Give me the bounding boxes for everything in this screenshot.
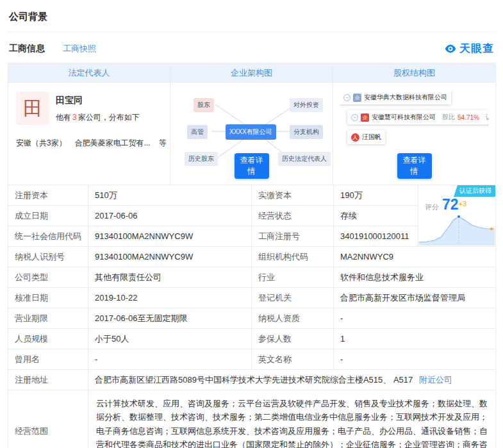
company-icon: 企 xyxy=(361,113,369,122)
equity-company-name: 安徽慧可科技有限公司 xyxy=(372,113,436,122)
certification-ribbon: 认证后获得 xyxy=(454,185,495,197)
field-value: 91340100MA2NNWYC9W xyxy=(88,226,252,247)
brand-logo[interactable]: 天眼查 xyxy=(444,41,494,56)
score-label: 评分 xyxy=(425,203,439,211)
eye-icon xyxy=(444,42,457,55)
table-row: 注册资本 510万 实缴资本 190万 认证后获得 评分72+3 xyxy=(8,185,496,206)
field-value: 2019-10-22 xyxy=(88,288,252,308)
header-org-chart: 企业架构图 xyxy=(170,63,333,83)
score-value: 72 xyxy=(442,196,459,213)
field-label: 工商注册号 xyxy=(252,226,334,247)
field-label: 营业期限 xyxy=(8,308,88,329)
org-node-investments[interactable]: 对外投资 xyxy=(290,98,323,112)
field-label: 参保人数 xyxy=(252,329,334,349)
table-row: 核准日期 2019-10-22 登记机关 合肥市高新开发区市场监督管理局 xyxy=(8,288,496,308)
company-info-table: 注册资本 510万 实缴资本 190万 认证后获得 评分72+3 成立日期 xyxy=(8,185,496,448)
brand-name: 天眼查 xyxy=(459,41,494,56)
org-chart-detail-button[interactable]: 查看详情 xyxy=(235,153,269,179)
field-value: - xyxy=(88,349,252,370)
table-row: 营业期限 2017-06-06至无固定期限 纳税人资质 - xyxy=(8,308,496,329)
table-row: 公司类型 其他有限责任公司 行业 软件和信息技术服务业 xyxy=(8,267,496,288)
field-label: 组织机构代码 xyxy=(252,247,334,267)
field-label: 注册地址 xyxy=(8,370,88,390)
company-count: 3 xyxy=(72,113,77,122)
field-value: 其他有限责任公司 xyxy=(88,267,252,288)
nearby-companies-link[interactable]: 附近公司 xyxy=(419,375,452,385)
table-header-row: 法定代表人 企业架构图 股权结构图 xyxy=(8,63,496,83)
etc-label: 等 xyxy=(159,138,167,149)
tree-collapse-icon[interactable]: − xyxy=(343,94,350,101)
field-label: 注册资本 xyxy=(8,185,88,206)
subscribed-label: 认缴金额: xyxy=(486,113,489,122)
table-row: 纳税人识别号 91340100MA2NNWYC9W 组织机构代码 MA2NNWY… xyxy=(8,247,496,267)
field-value: 小于50人 xyxy=(88,329,252,349)
field-value: 1 xyxy=(334,329,496,349)
legal-rep-distribution: 安徽（共3家） 合肥美菱家电工贸有... 等 xyxy=(16,138,162,149)
score-delta: +3 xyxy=(459,200,467,208)
score-widget: 认证后获得 评分72+3 xyxy=(418,185,496,247)
field-value: 2017-06-06 xyxy=(88,206,252,226)
tab-business-info[interactable]: 工商信息 xyxy=(9,43,45,54)
avatar: 田 xyxy=(16,92,49,125)
field-value: 510万 xyxy=(88,185,252,206)
legal-rep-cell: 田 田宝同 他有3家公司，分布如下 安徽（共3家） 合肥美菱家电工贸有... 等 xyxy=(8,83,170,185)
legal-rep-count-text: 他有3家公司，分布如下 xyxy=(56,112,140,123)
summary-suffix: 家公司，分布如下 xyxy=(78,113,140,122)
field-label: 英文名称 xyxy=(252,349,334,370)
table-row-address: 注册地址 合肥市高新区望江西路5089号中国科学技术大学先进技术研究院综合主楼A… xyxy=(8,370,496,390)
field-label: 经营状态 xyxy=(252,206,334,226)
company-background-card: 公司背景 工商信息 工商快照 天眼查 法定代表人 企业架构图 股权结构图 田 xyxy=(0,0,503,448)
org-node-shareholders[interactable]: 股东 xyxy=(194,98,214,112)
equity-row-person: 人 汪国帆 xyxy=(347,130,385,144)
person-icon: 人 xyxy=(351,133,359,142)
field-label: 纳税人识别号 xyxy=(8,247,88,267)
field-label: 曾用名 xyxy=(8,349,88,370)
field-value: 340191000120011 xyxy=(334,226,418,247)
org-node-company[interactable]: XXXX有限公司 xyxy=(226,124,276,140)
field-label: 行业 xyxy=(252,267,334,288)
org-node-history-shareholders[interactable]: 历史股东 xyxy=(185,152,218,166)
field-value: 合肥市高新开发区市场监督管理局 xyxy=(334,288,496,308)
legal-rep-name[interactable]: 田宝同 xyxy=(56,95,140,106)
field-value: - xyxy=(334,349,496,370)
field-label: 统一社会信用代码 xyxy=(8,226,88,247)
header-equity-chart: 股权结构图 xyxy=(333,63,496,83)
field-label: 成立日期 xyxy=(8,206,88,226)
org-chart-cell: 股东 高管 历史股东 XXXX有限公司 对外投资 分支机构 历史法定代表人 查看… xyxy=(170,83,333,185)
field-label: 核准日期 xyxy=(8,288,88,308)
field-value: MA2NNWYC9 xyxy=(334,247,496,267)
equity-row-root: − 企 安徽华典大数据科技有限公司 xyxy=(340,90,451,104)
field-value: 软件和信息技术服务业 xyxy=(334,267,496,288)
address-cell: 合肥市高新区望江西路5089号中国科学技术大学先进技术研究院综合主楼A515、 … xyxy=(88,370,496,390)
table-row: 曾用名 - 英文名称 - xyxy=(8,349,496,370)
field-value: 190万 xyxy=(334,185,418,206)
field-value: 91340100MA2NNWYC9W xyxy=(88,247,252,267)
tab-business-snapshot[interactable]: 工商快照 xyxy=(63,43,96,54)
tab-bar: 工商信息 工商快照 天眼查 xyxy=(8,32,495,63)
equity-row-shareholder: − 企 安徽慧可科技有限公司 股比 54.71% 认缴金额: 279.0001万 xyxy=(347,110,489,124)
field-label: 纳税人资质 xyxy=(252,308,334,329)
page-title: 公司背景 xyxy=(8,0,495,32)
field-label: 公司类型 xyxy=(8,267,88,288)
org-node-executives[interactable]: 高管 xyxy=(187,125,208,139)
address-value: 合肥市高新区望江西路5089号中国科学技术大学先进技术研究院综合主楼A515、 … xyxy=(95,375,413,385)
org-node-branches[interactable]: 分支机构 xyxy=(290,125,323,139)
business-scope-value: 云计算技术研发、应用、咨询及服务；云平台运营及软硬件产品开发、销售及专业技术服务… xyxy=(88,390,496,448)
ratio-value: 54.71% xyxy=(458,114,479,121)
equity-chart-detail-button[interactable]: 查看详情 xyxy=(397,153,432,179)
region-label: 安徽（共3家） xyxy=(16,138,67,149)
company-icon: 企 xyxy=(353,94,361,102)
org-node-history-legal-rep[interactable]: 历史法定代表人 xyxy=(278,152,331,166)
field-label: 实缴资本 xyxy=(252,185,334,206)
related-company: 合肥美菱家电工贸有... xyxy=(75,138,151,149)
legal-rep-summary: 田 田宝同 他有3家公司，分布如下 xyxy=(16,92,162,125)
field-label: 人员规模 xyxy=(8,329,88,349)
diagram-table: 法定代表人 企业架构图 股权结构图 田 田宝同 他有3家公司，分布如下 安徽（共… xyxy=(8,63,496,185)
tree-collapse-icon[interactable]: − xyxy=(351,114,358,121)
equity-company-name: 安徽华典大数据科技有限公司 xyxy=(364,93,447,102)
field-value: 2017-06-06至无固定期限 xyxy=(88,308,252,329)
field-value: 存续 xyxy=(334,206,418,226)
score-trend-chart xyxy=(419,212,495,245)
ratio-label: 股比 xyxy=(442,113,455,122)
table-row-scope: 经营范围 云计算技术研发、应用、咨询及服务；云平台运营及软硬件产品开发、销售及专… xyxy=(8,390,496,448)
